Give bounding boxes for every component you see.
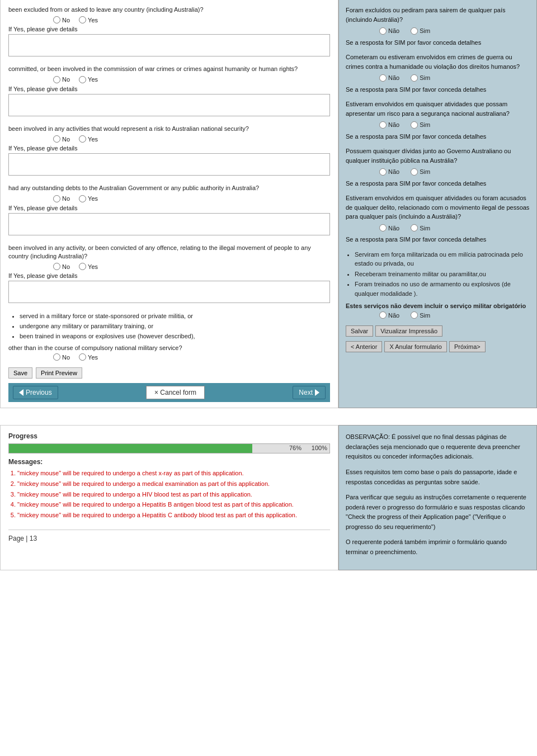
trans-block-1: Foram excluídos ou pediram para sairem d…	[346, 6, 530, 47]
radio-no-6[interactable]: No	[53, 353, 70, 361]
if-yes-label-5: If Yes, please give details	[8, 272, 330, 279]
trans-radio-nao-6[interactable]: Não	[379, 311, 399, 320]
radio-group-5: No Yes	[53, 263, 330, 270]
radio-group-2: No Yes	[53, 76, 330, 83]
trans-detail-1: Se a resposta for SIM por favor conceda …	[346, 38, 530, 48]
translation-panel: Foram excluídos ou pediram para sairem d…	[338, 0, 537, 408]
trans-block-4: Possuem quaisquer dívidas junto ao Gover…	[346, 147, 530, 188]
textarea-wrapper-5	[8, 281, 330, 305]
messages-label: Messages:	[8, 458, 330, 466]
trans-block-5: Estiveram envolvidos em quaisquer ativid…	[346, 193, 530, 244]
question-block-5: been involved in any activity, or been c…	[8, 244, 330, 305]
question-block-2: committed, or been involved in the commi…	[8, 65, 330, 117]
trans-radio-nao-2[interactable]: Não	[379, 73, 399, 83]
military-bullet-list: served in a military force or state-spon…	[20, 311, 330, 341]
trans-print-button[interactable]: Vizualizar Impressão	[375, 325, 442, 337]
trans-text-3: Estiveram envolvidos em quaisquer ativid…	[346, 100, 530, 118]
trans-text-1: Foram excluídos ou pediram para sairem d…	[346, 6, 530, 24]
textarea-wrapper-4	[8, 213, 330, 237]
trans-detail-3: Se a resposta para SIM por favor conceda…	[346, 132, 530, 141]
question-text-3: been involved in any activities that wou…	[8, 125, 330, 133]
question-block-1: been excluded from or asked to leave any…	[8, 6, 330, 58]
trans-prev-button[interactable]: < Anterior	[346, 341, 382, 352]
radio-no-4[interactable]: No	[53, 195, 70, 202]
radio-group-1: No Yes	[53, 16, 330, 23]
trans-radio-row-6: Não Sim	[379, 311, 530, 320]
question-text-5: been involved in any activity, or been c…	[8, 244, 330, 261]
previous-label: Previous	[26, 389, 52, 396]
message-item-5: "mickey mouse" will be required to under…	[17, 510, 330, 521]
save-button[interactable]: Save	[8, 367, 32, 379]
details-textarea-5[interactable]	[8, 281, 330, 303]
question-text-2: committed, or been involved in the commi…	[8, 65, 330, 73]
bullet-item-1: served in a military force or state-spon…	[20, 311, 330, 322]
message-item-2: "mickey mouse" will be required to under…	[17, 479, 330, 489]
form-panel: been excluded from or asked to leave any…	[0, 0, 338, 408]
trans-detail-5: Se a resposta para SIM por favor conceda…	[346, 235, 530, 244]
previous-button[interactable]: Previous	[13, 386, 58, 399]
trans-block-3: Estiveram envolvidos em quaisquer ativid…	[346, 100, 530, 141]
radio-group-3: No Yes	[53, 135, 330, 143]
radio-yes-2[interactable]: Yes	[79, 76, 98, 83]
compulsory-text: other than in the course of compulsory n…	[8, 344, 330, 351]
progress-pct-label: 76%	[289, 445, 302, 451]
radio-yes-1[interactable]: Yes	[79, 16, 98, 23]
trans-radio-nao-1[interactable]: Não	[379, 26, 399, 36]
trans-bullet-list: Serviram em força militarizada ou em mil…	[355, 250, 530, 299]
radio-yes-6[interactable]: Yes	[79, 353, 98, 361]
trans-text-4: Possuem quaisquer dívidas junto ao Gover…	[346, 147, 530, 165]
progress-label: Progress	[8, 432, 330, 440]
progress-100-label: 100%	[312, 445, 327, 451]
trans-radio-row-2: Não Sim	[379, 73, 530, 83]
trans-radio-sim-4[interactable]: Sim	[411, 167, 430, 177]
radio-group-6: No Yes	[53, 353, 330, 361]
trans-radio-nao-4[interactable]: Não	[379, 167, 399, 177]
messages-list: "mickey mouse" will be required to under…	[17, 468, 330, 520]
trans-detail-4: Se a resposta para SIM por favor conceda…	[346, 179, 530, 188]
details-textarea-4[interactable]	[8, 213, 330, 235]
bullet-question-block: served in a military force or state-spon…	[8, 311, 330, 361]
radio-group-4: No Yes	[53, 195, 330, 202]
trans-radio-sim-1[interactable]: Sim	[411, 26, 430, 36]
trans-bullet-1: Serviram em força militarizada ou em mil…	[355, 250, 530, 268]
trans-cancel-button[interactable]: X Anular formulario	[384, 341, 447, 352]
trans-save-button[interactable]: Salvar	[346, 325, 373, 337]
arrow-right-icon	[315, 389, 319, 396]
if-yes-label-3: If Yes, please give details	[8, 145, 330, 152]
radio-no-2[interactable]: No	[53, 76, 70, 83]
textarea-wrapper-2	[8, 94, 330, 118]
if-yes-label-4: If Yes, please give details	[8, 205, 330, 211]
radio-no-3[interactable]: No	[53, 135, 70, 143]
print-preview-button[interactable]: Print Preview	[36, 367, 82, 379]
details-textarea-1[interactable]	[8, 34, 330, 56]
radio-yes-3[interactable]: Yes	[79, 135, 98, 143]
trans-radio-sim-5[interactable]: Sim	[411, 224, 430, 233]
note-panel: OBSERVAÇÃO: É possível que no final dess…	[338, 425, 537, 570]
trans-bullet-2: Receberam treinamento militar ou paramil…	[355, 270, 530, 279]
trans-radio-row-5: Não Sim	[379, 224, 530, 233]
arrow-left-icon	[19, 389, 23, 396]
trans-radio-row-4: Não Sim	[379, 167, 530, 177]
trans-text-5: Estiveram envolvidos em quaisquer ativid…	[346, 193, 530, 221]
details-textarea-3[interactable]	[8, 153, 330, 176]
page-indicator: Page | 13	[8, 535, 37, 542]
radio-no-5[interactable]: No	[53, 263, 70, 270]
trans-radio-nao-3[interactable]: Não	[379, 120, 399, 130]
trans-bullet-3: Foram treinados no uso de armamento ou e…	[355, 280, 530, 298]
trans-next-button[interactable]: Próxima>	[449, 341, 486, 352]
cancel-form-button[interactable]: × Cancel form	[146, 386, 205, 399]
trans-bold-text: Estes serviços não devem incluir o servi…	[346, 301, 530, 311]
note-paragraph-4: O requerente poderá também imprimir o fo…	[346, 537, 530, 557]
trans-radio-nao-5[interactable]: Não	[379, 224, 399, 233]
trans-text-2: Cometeram ou estiveram envolvidos em cri…	[346, 53, 530, 71]
next-button[interactable]: Next	[293, 386, 326, 399]
radio-no-1[interactable]: No	[53, 16, 70, 23]
trans-detail-2: Se a resposta para SIM por favor conceda…	[346, 85, 530, 94]
trans-radio-sim-3[interactable]: Sim	[411, 120, 430, 130]
details-textarea-2[interactable]	[8, 94, 330, 116]
note-paragraph-3: Para verificar que seguiu as instruções …	[346, 493, 530, 532]
radio-yes-5[interactable]: Yes	[79, 263, 98, 270]
trans-radio-sim-6[interactable]: Sim	[411, 311, 430, 320]
trans-radio-sim-2[interactable]: Sim	[411, 73, 430, 83]
radio-yes-4[interactable]: Yes	[79, 195, 98, 202]
